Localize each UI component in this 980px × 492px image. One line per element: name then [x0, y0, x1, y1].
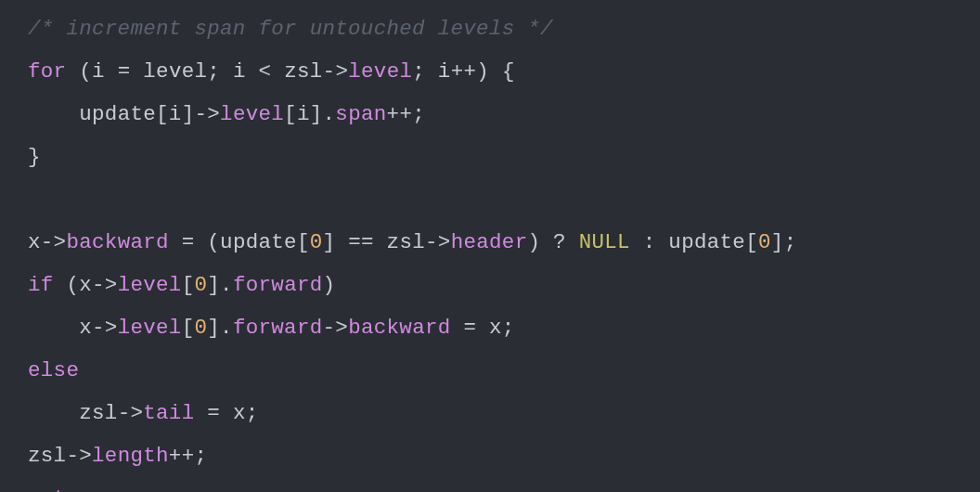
punct-semi: ; [130, 486, 143, 492]
id-level: level [143, 59, 207, 84]
kw-else: else [28, 358, 79, 382]
op-assign: = [207, 401, 220, 425]
id-i: i [169, 102, 182, 126]
kw-for: for [28, 59, 66, 84]
id-zsl: zsl [284, 59, 322, 84]
op-colon: : [643, 230, 656, 254]
punct-lbr: [ [745, 230, 758, 254]
punct-semi: ; [502, 316, 515, 340]
op-q: ? [553, 230, 566, 254]
id-x: x [79, 273, 92, 297]
id-zsl: zsl [387, 230, 425, 254]
mem-backward: backward [348, 316, 450, 340]
op-arrow: -> [92, 273, 118, 297]
punct-rbr: ] [771, 230, 784, 254]
code-comment: /* increment span for untouched levels *… [28, 17, 553, 41]
punct-semi: ; [194, 444, 207, 468]
id-i: i [233, 59, 246, 84]
op-dot: . [220, 273, 233, 297]
punct-lparen: ( [207, 230, 220, 254]
null-literal: NULL [579, 230, 630, 254]
mem-forward: forward [233, 273, 323, 297]
num-zero: 0 [310, 230, 323, 254]
punct-lbr: [ [297, 230, 310, 254]
id-update: update [668, 230, 745, 254]
op-arrow: -> [118, 401, 144, 425]
id-i: i [92, 59, 105, 84]
op-inc: ++ [451, 59, 477, 84]
op-arrow: -> [92, 316, 118, 340]
punct-rparen: ) [323, 273, 336, 297]
mem-forward: forward [233, 316, 323, 340]
id-x: x [118, 486, 131, 492]
id-update: update [79, 102, 156, 126]
punct-lparen: ( [79, 59, 92, 84]
mem-header: header [451, 230, 528, 254]
id-x: x [79, 316, 92, 340]
op-assign: = [463, 316, 476, 340]
kw-return: return [28, 486, 105, 492]
mem-tail: tail [143, 401, 194, 425]
op-arrow: -> [41, 230, 67, 254]
punct-lparen: ( [66, 273, 79, 297]
punct-rbr: ] [310, 102, 323, 126]
id-update: update [220, 230, 297, 254]
punct-lbr: [ [284, 102, 297, 126]
op-arrow: -> [194, 102, 220, 126]
punct-semi: ; [412, 102, 425, 126]
punct-semi: ; [246, 401, 259, 425]
punct-lbr: [ [182, 273, 195, 297]
punct-semi: ; [207, 59, 220, 84]
mem-level: level [118, 316, 182, 340]
op-assign: = [118, 59, 131, 84]
op-lt: < [259, 59, 272, 84]
punct-lbr: [ [156, 102, 169, 126]
mem-level: level [348, 59, 412, 84]
num-zero: 0 [758, 230, 771, 254]
mem-backward: backward [66, 230, 168, 254]
punct-rparen: ) [527, 230, 540, 254]
punct-lbrace: { [502, 59, 515, 84]
mem-span: span [335, 102, 386, 126]
punct-semi: ; [412, 59, 425, 84]
id-i: i [438, 59, 451, 84]
op-dot: . [220, 316, 233, 340]
op-arrow: -> [66, 444, 92, 468]
punct-rbr: ] [323, 230, 336, 254]
punct-rbr: ] [207, 273, 220, 297]
id-zsl: zsl [28, 444, 66, 468]
punct-rbrace: } [28, 145, 41, 169]
punct-rbr: ] [207, 316, 220, 340]
op-assign: = [182, 230, 195, 254]
punct-semi: ; [784, 230, 797, 254]
kw-if: if [28, 273, 54, 297]
id-x: x [233, 401, 246, 425]
op-arrow: -> [323, 316, 349, 340]
id-i: i [297, 102, 310, 126]
punct-rparen: ) [476, 59, 489, 84]
id-zsl: zsl [79, 401, 117, 425]
id-x: x [489, 316, 502, 340]
op-dot: . [323, 102, 336, 126]
mem-length: length [92, 444, 169, 468]
code-block: /* increment span for untouched levels *… [0, 0, 980, 492]
punct-rbr: ] [182, 102, 195, 126]
op-arrow: -> [323, 59, 349, 84]
op-inc: ++ [169, 444, 195, 468]
num-zero: 0 [194, 316, 207, 340]
id-x: x [28, 230, 41, 254]
op-inc: ++ [387, 102, 413, 126]
num-zero: 0 [194, 273, 207, 297]
punct-lbr: [ [182, 316, 195, 340]
op-eq: == [348, 230, 374, 254]
mem-level: level [220, 102, 284, 126]
op-arrow: -> [425, 230, 451, 254]
mem-level: level [118, 273, 182, 297]
